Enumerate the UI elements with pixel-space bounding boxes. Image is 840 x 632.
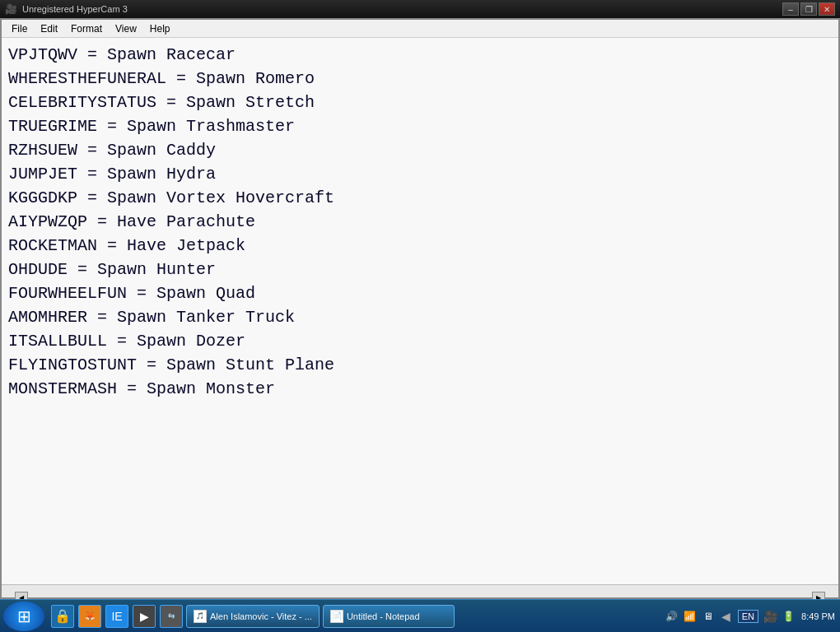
taskbar-icon-arrows[interactable]: ⇆ — [160, 605, 183, 628]
alen-task-button[interactable]: 🎵 Alen Islamovic - Vitez - ... — [186, 605, 320, 628]
taskbar-apps: 🔒 🦊 IE ▶ ⇆ — [49, 605, 184, 628]
text-line: AMOMHRER = Spawn Tanker Truck — [8, 305, 832, 329]
tray-icon-2: 📶 — [682, 608, 698, 625]
text-line: ROCKETMAN = Have Jetpack — [8, 234, 832, 258]
tray-icon-network: 🖥 — [700, 608, 716, 625]
text-line: WHERESTHEFUNERAL = Spawn Romero — [8, 67, 832, 91]
system-clock: 8:49 PM — [801, 611, 835, 621]
taskbar-icon-3[interactable]: IE — [105, 605, 128, 628]
taskbar-icon-1[interactable]: 🔒 — [51, 605, 74, 628]
text-line: KGGGDKP = Spawn Vortex Hovercraft — [8, 186, 832, 210]
text-line: AIYPWZQP = Have Parachute — [8, 210, 832, 234]
menu-file[interactable]: File — [5, 22, 34, 35]
tray-icon-1: 🔊 — [664, 608, 680, 625]
menu-bar: File Edit Format View Help — [2, 20, 838, 38]
text-line: CELEBRITYSTATUS = Spawn Stretch — [8, 91, 832, 114]
notepad-task-icon: 📄 — [330, 610, 343, 623]
text-line: FOURWHEELFUN = Spawn Quad — [8, 281, 832, 305]
menu-view[interactable]: View — [109, 22, 143, 35]
notepad-task-button[interactable]: 📄 Untitled - Notepad — [323, 605, 455, 628]
restore-button[interactable]: ❒ — [800, 2, 817, 16]
tray-arrows[interactable]: ◀ — [718, 608, 735, 625]
tray-icon-3: 🔋 — [780, 608, 796, 625]
text-line: FLYINGTOSTUNT = Spawn Stunt Plane — [8, 353, 832, 377]
title-bar: 🎥 Unregistered HyperCam 3 – ❒ ✕ — [0, 0, 840, 18]
title-bar-controls[interactable]: – ❒ ✕ — [782, 2, 835, 16]
app-icon: 🎥 — [5, 3, 17, 15]
horizontal-scrollbar[interactable]: ◀ ▶ — [2, 584, 838, 597]
window-title: Unregistered HyperCam 3 — [22, 4, 128, 14]
taskbar: ⊞ 🔒 🦊 IE ▶ ⇆ 🎵 Alen Islamovic - Vitez - … — [0, 599, 840, 632]
alen-task-icon: 🎵 — [194, 610, 207, 623]
windows-logo: ⊞ — [17, 606, 31, 626]
taskbar-icon-2[interactable]: 🦊 — [78, 605, 101, 628]
menu-edit[interactable]: Edit — [34, 22, 64, 35]
title-bar-left: 🎥 Unregistered HyperCam 3 — [5, 3, 128, 15]
text-line: VPJTQWV = Spawn Racecar — [8, 43, 832, 67]
text-line: MONSTERMASH = Spawn Monster — [8, 377, 832, 401]
text-line: OHDUDE = Spawn Hunter — [8, 258, 832, 281]
text-line: ITSALLBULL = Spawn Dozer — [8, 329, 832, 353]
text-line: RZHSUEW = Spawn Caddy — [8, 138, 832, 162]
language-indicator: EN — [738, 610, 758, 623]
menu-help[interactable]: Help — [143, 22, 177, 35]
text-line: TRUEGRIME = Spawn Trashmaster — [8, 114, 832, 138]
close-button[interactable]: ✕ — [819, 2, 835, 16]
menu-format[interactable]: Format — [64, 22, 109, 35]
minimize-button[interactable]: – — [782, 2, 799, 16]
tray-hypercam: 🎥 — [762, 608, 778, 625]
notepad-window: File Edit Format View Help VPJTQWV = Spa… — [0, 18, 840, 599]
taskbar-right: 🔊 📶 🖥 ◀ EN 🎥 🔋 8:49 PM — [664, 608, 840, 625]
start-button[interactable]: ⊞ — [3, 602, 44, 631]
alen-task-label: Alen Islamovic - Vitez - ... — [210, 611, 312, 621]
text-area[interactable]: VPJTQWV = Spawn RacecarWHERESTHEFUNERAL … — [2, 38, 838, 584]
taskbar-icon-4[interactable]: ▶ — [133, 605, 156, 628]
text-line: JUMPJET = Spawn Hydra — [8, 162, 832, 186]
notepad-task-label: Untitled - Notepad — [347, 611, 420, 621]
content-wrapper: VPJTQWV = Spawn RacecarWHERESTHEFUNERAL … — [2, 38, 838, 584]
